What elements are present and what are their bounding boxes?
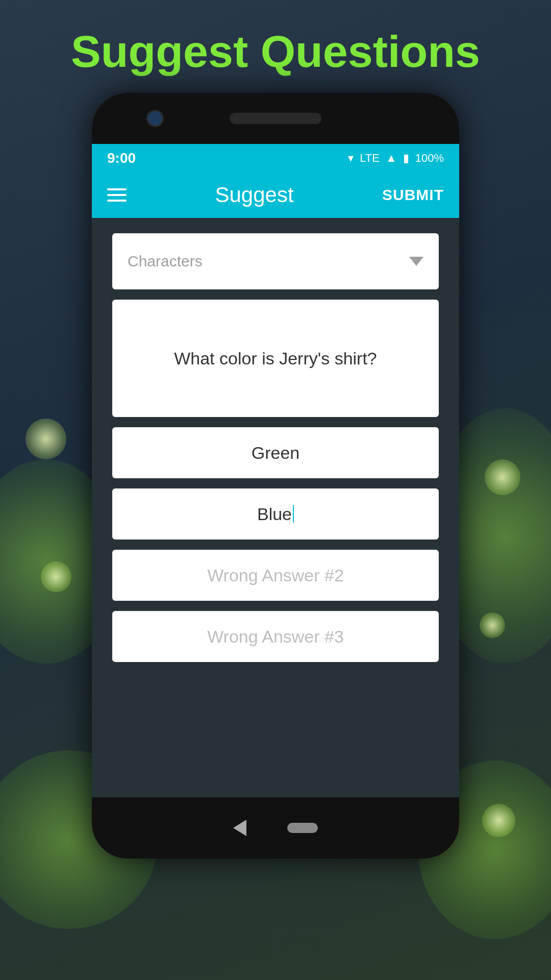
question-text: What color is Jerry's shirt? bbox=[174, 346, 377, 372]
page-title: Suggest Questions bbox=[71, 26, 480, 78]
phone-speaker bbox=[230, 113, 321, 124]
status-time: 9:00 bbox=[107, 150, 136, 166]
category-dropdown-value: Characters bbox=[128, 253, 203, 270]
question-field[interactable]: What color is Jerry's shirt? bbox=[112, 300, 439, 417]
phone-camera bbox=[148, 111, 162, 126]
wrong-answer-2-field[interactable]: Wrong Answer #2 bbox=[112, 550, 439, 601]
correct-answer-value: Green bbox=[252, 443, 300, 463]
battery-icon: ▮ bbox=[403, 152, 409, 165]
home-button[interactable] bbox=[287, 823, 318, 833]
wrong-answer-1-value: Blue bbox=[257, 504, 292, 524]
phone-bottom-bezel bbox=[92, 797, 459, 859]
text-cursor bbox=[293, 505, 294, 523]
wrong-answer-2-placeholder: Wrong Answer #2 bbox=[207, 566, 344, 585]
chevron-down-icon bbox=[409, 257, 423, 266]
lte-label: LTE bbox=[360, 152, 380, 165]
phone-frame: 9:00 ▾ LTE ▲ ▮ 100% Suggest SUBMIT Chara… bbox=[92, 93, 459, 859]
hamburger-line-2 bbox=[107, 194, 127, 196]
wifi-icon: ▾ bbox=[348, 152, 354, 165]
wrong-answer-3-field[interactable]: Wrong Answer #3 bbox=[112, 611, 439, 662]
hamburger-line-3 bbox=[107, 200, 127, 202]
toolbar: Suggest SUBMIT bbox=[92, 172, 459, 218]
menu-button[interactable] bbox=[107, 188, 127, 202]
battery-label: 100% bbox=[415, 152, 444, 165]
back-button[interactable] bbox=[233, 820, 246, 836]
toolbar-title: Suggest bbox=[215, 183, 293, 207]
wrong-answer-3-placeholder: Wrong Answer #3 bbox=[207, 627, 344, 647]
status-icons: ▾ LTE ▲ ▮ 100% bbox=[348, 152, 444, 165]
wrong-answer-1-field[interactable]: Blue bbox=[112, 488, 439, 540]
hamburger-line-1 bbox=[107, 188, 127, 190]
status-bar: 9:00 ▾ LTE ▲ ▮ 100% bbox=[92, 144, 459, 172]
category-dropdown[interactable]: Characters bbox=[112, 233, 439, 289]
submit-button[interactable]: SUBMIT bbox=[382, 186, 444, 204]
screen-content: Characters What color is Jerry's shirt? … bbox=[92, 218, 459, 797]
phone-top-bezel bbox=[92, 93, 459, 144]
correct-answer-field[interactable]: Green bbox=[112, 427, 439, 478]
signal-icon: ▲ bbox=[386, 152, 397, 165]
